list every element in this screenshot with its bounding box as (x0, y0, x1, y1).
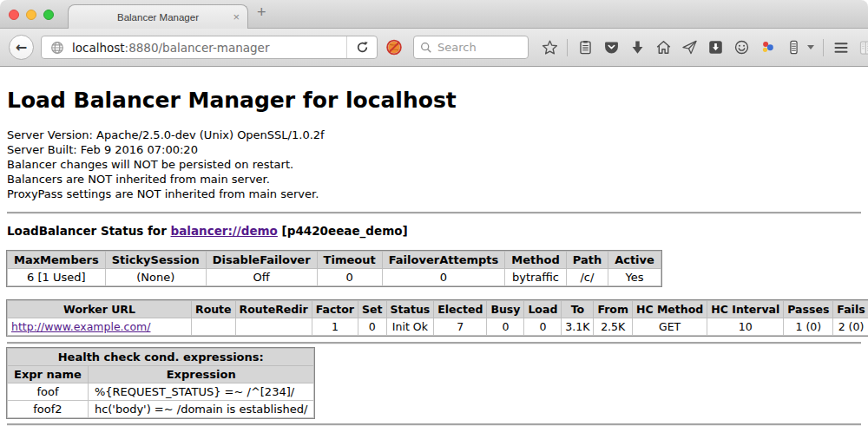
addon-dropdown-caret-icon[interactable] (807, 45, 814, 49)
table-row: foof %{REQUEST_STATUS} =~ /^[234]/ (8, 383, 314, 401)
close-window-button[interactable] (9, 10, 19, 20)
toolbar-icons (541, 39, 868, 56)
cell-expression: %{REQUEST_STATUS} =~ /^[234]/ (88, 383, 314, 401)
pocket-icon[interactable] (602, 39, 620, 56)
page-content: Load Balancer Manager for localhost Serv… (0, 67, 868, 425)
bookmark-star-icon[interactable] (541, 39, 558, 56)
cell-expr-name: foof (8, 383, 89, 401)
tab-close-icon[interactable]: × (233, 10, 240, 23)
cell-disablefailover: Off (206, 269, 317, 286)
status-heading-prefix: LoadBalancer Status for (7, 224, 171, 238)
save-page-addon-icon[interactable] (707, 39, 724, 56)
cell-busy: 0 (487, 318, 524, 336)
cell-set: 0 (358, 318, 386, 336)
navigation-toolbar: ← localhost:8880/balancer-manager (0, 29, 868, 67)
cell-routeredir (235, 318, 312, 336)
smiley-addon-icon[interactable] (733, 39, 750, 56)
balancer-params-table: MaxMembers StickySession DisableFailover… (7, 251, 661, 286)
search-bar[interactable] (413, 36, 529, 59)
section-divider (7, 342, 861, 344)
back-button[interactable]: ← (9, 35, 34, 60)
cell-path: /c/ (566, 269, 608, 286)
column-header: Method (505, 252, 566, 269)
toolbar-divider (823, 39, 824, 56)
cell-worker-url: http://www.example.com/ (8, 318, 192, 336)
search-icon (419, 41, 433, 55)
balancer-demo-link[interactable]: balancer://demo (171, 224, 278, 238)
tab-balancer-manager[interactable]: Balancer Manager × (68, 4, 248, 29)
proxypass-inherit-note: ProxyPass settings are NOT inherited fro… (7, 187, 861, 201)
browser-window: Balancer Manager × + ← localhost:8880/ba… (0, 0, 868, 426)
flash-blocked-icon[interactable] (385, 39, 403, 56)
cell-load: 0 (524, 318, 562, 336)
table-row: foof2 hc('body') =~ /domain is establish… (8, 401, 314, 418)
window-controls (9, 10, 54, 20)
url-path: :8880/balancer-manager (125, 41, 270, 55)
table-header-row: Expr name Expression (8, 366, 314, 383)
cell-to: 3.1K (562, 318, 594, 336)
menu-hamburger-icon[interactable] (832, 39, 850, 56)
search-input[interactable] (437, 41, 521, 54)
column-header: Path (566, 252, 608, 269)
url-text[interactable]: localhost:8880/balancer-manager (72, 41, 346, 55)
zoom-window-button[interactable] (43, 10, 54, 20)
column-header: Set (358, 301, 386, 318)
worker-table: Worker URL Route RouteRedir Factor Set S… (7, 300, 868, 336)
status-heading-suffix: [p4420eeae_demo] (278, 224, 408, 238)
downloads-icon[interactable] (628, 39, 646, 56)
server-built-line: Server Built: Feb 9 2016 07:00:20 (7, 142, 861, 157)
cell-passes: 1 (0) (784, 318, 833, 336)
column-header: To (562, 301, 594, 318)
column-header: Elected (434, 301, 487, 318)
section-divider (7, 423, 861, 425)
minimize-window-button[interactable] (26, 10, 36, 20)
cell-expression: hc('body') =~ /domain is established/ (88, 401, 314, 418)
cell-method: bytraffic (505, 269, 566, 286)
home-icon[interactable] (654, 39, 672, 56)
table-header-row: MaxMembers StickySession DisableFailover… (8, 252, 661, 269)
cell-from: 2.5K (594, 318, 633, 336)
toolbar-divider (567, 39, 568, 56)
column-header: From (594, 301, 633, 318)
table-header-row: Worker URL Route RouteRedir Factor Set S… (8, 301, 868, 318)
column-header: StickySession (105, 252, 206, 269)
cell-status: Init Ok (386, 318, 434, 336)
column-header: Route (192, 301, 236, 318)
cell-hc-method: GET (632, 318, 707, 336)
cell-expr-name: foof2 (8, 401, 89, 418)
column-header: Fails (833, 301, 868, 318)
send-to-device-icon[interactable] (681, 39, 698, 56)
address-bar[interactable]: localhost:8880/balancer-manager (41, 36, 378, 59)
cell-hc-interval: 10 (707, 318, 784, 336)
column-header: Expr name (8, 366, 89, 383)
reload-button[interactable] (347, 41, 377, 54)
column-header: RouteRedir (235, 301, 312, 318)
sidebar-panel-icon[interactable] (858, 39, 868, 56)
cell-route (192, 318, 236, 336)
balancer-inherit-note: Balancers are NOT inherited from main se… (7, 172, 861, 187)
cell-active: Yes (608, 269, 661, 286)
table-row: 6 [1 Used] (None) Off 0 0 bytraffic /c/ … (8, 269, 661, 286)
server-info: Server Version: Apache/2.5.0-dev (Unix) … (7, 128, 861, 201)
cell-timeout: 0 (317, 269, 382, 286)
loadbalancer-status-heading: LoadBalancer Status for balancer://demo … (7, 224, 861, 238)
container-addon-icon[interactable] (785, 39, 802, 56)
new-tab-button[interactable]: + (257, 3, 266, 22)
health-table-title: Health check cond. expressions: (8, 349, 314, 366)
title-bar: Balancer Manager × + (0, 0, 868, 29)
colored-dots-addon-icon[interactable] (759, 39, 776, 56)
page-title: Load Balancer Manager for localhost (7, 67, 861, 113)
section-divider (7, 212, 861, 213)
site-identity-globe-icon[interactable] (49, 39, 66, 56)
cell-elected: 7 (434, 318, 487, 336)
reading-list-clipboard-icon[interactable] (576, 39, 594, 56)
worker-url-link[interactable]: http://www.example.com/ (11, 320, 150, 333)
column-header: Timeout (317, 252, 382, 269)
column-header: FailoverAttempts (382, 252, 505, 269)
column-header: HC Interval (707, 301, 784, 318)
tab-title: Balancer Manager (117, 12, 199, 23)
cell-stickysession: (None) (105, 269, 206, 286)
cell-maxmembers: 6 [1 Used] (8, 269, 106, 286)
column-header: Status (386, 301, 434, 318)
column-header: DisableFailover (206, 252, 317, 269)
